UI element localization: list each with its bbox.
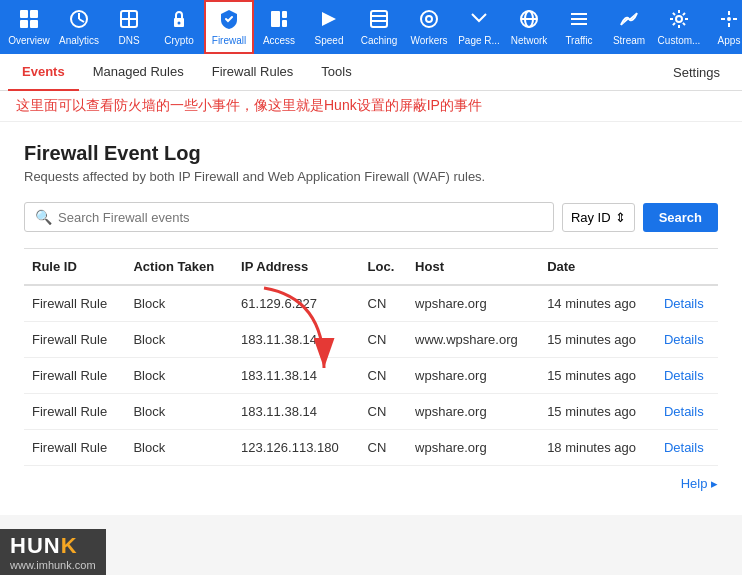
svg-point-20 — [676, 16, 682, 22]
nav-workers[interactable]: Workers — [404, 0, 454, 54]
watermark-u: U — [27, 533, 44, 558]
watermark-k: K — [61, 533, 78, 558]
svg-rect-12 — [371, 11, 387, 27]
help-area: Help ▸ — [24, 466, 718, 495]
nav-caching-label: Caching — [361, 35, 398, 46]
watermark-url: www.imhunk.com — [10, 559, 96, 571]
dropdown-value: Ray ID — [571, 210, 611, 225]
analytics-icon — [68, 8, 90, 33]
svg-rect-10 — [282, 20, 287, 27]
tab-managed-rules[interactable]: Managed Rules — [79, 54, 198, 91]
watermark-brand: HUNK — [10, 533, 78, 559]
firewall-table: Rule ID Action Taken IP Address Loc. Hos… — [24, 248, 718, 466]
cell-loc: CN — [360, 285, 408, 322]
cell-date: 15 minutes ago — [539, 322, 656, 358]
settings-link[interactable]: Settings — [659, 55, 734, 90]
tab-events[interactable]: Events — [8, 54, 79, 91]
nav-traffic-label: Traffic — [565, 35, 592, 46]
annotation-banner: 这里面可以查看防火墙的一些小事件，像这里就是Hunk设置的屏蔽IP的事件 — [0, 91, 742, 122]
search-bar: 🔍 Ray ID ⇕ Search — [24, 202, 718, 232]
nav-network[interactable]: Network — [504, 0, 554, 54]
details-link[interactable]: Details — [664, 332, 704, 347]
nav-dns[interactable]: DNS — [104, 0, 154, 54]
search-button[interactable]: Search — [643, 203, 718, 232]
nav-apps[interactable]: Apps — [704, 0, 742, 54]
cell-action: Block — [125, 322, 233, 358]
cell-host: wpshare.org — [407, 430, 539, 466]
watermark: HUNK www.imhunk.com — [0, 529, 106, 575]
cell-rule-id: Firewall Rule — [24, 394, 125, 430]
cell-details[interactable]: Details — [656, 322, 718, 358]
nav-speed-label: Speed — [315, 35, 344, 46]
cell-ip: 183.11.38.14 — [233, 322, 359, 358]
watermark-h: H — [10, 533, 27, 558]
cell-action: Block — [125, 394, 233, 430]
help-button[interactable]: Help ▸ — [681, 476, 718, 491]
nav-caching[interactable]: Caching — [354, 0, 404, 54]
svg-rect-9 — [282, 11, 287, 18]
nav-traffic[interactable]: Traffic — [554, 0, 604, 54]
cell-date: 14 minutes ago — [539, 285, 656, 322]
table-header-row: Rule ID Action Taken IP Address Loc. Hos… — [24, 249, 718, 286]
details-link[interactable]: Details — [664, 440, 704, 455]
cell-details[interactable]: Details — [656, 358, 718, 394]
details-link[interactable]: Details — [664, 296, 704, 311]
caching-icon — [368, 8, 390, 33]
nav-speed[interactable]: Speed — [304, 0, 354, 54]
cell-ip: 183.11.38.14 — [233, 358, 359, 394]
nav-crypto[interactable]: Crypto — [154, 0, 204, 54]
network-icon — [518, 8, 540, 33]
search-input[interactable] — [58, 210, 543, 225]
nav-analytics[interactable]: Analytics — [54, 0, 104, 54]
table-container: Rule ID Action Taken IP Address Loc. Hos… — [24, 248, 718, 466]
nav-firewall-label: Firewall — [212, 35, 246, 46]
tab-firewall-rules[interactable]: Firewall Rules — [198, 54, 308, 91]
nav-dns-label: DNS — [118, 35, 139, 46]
nav-custom[interactable]: Custom... — [654, 0, 704, 54]
nav-stream[interactable]: Stream — [604, 0, 654, 54]
nav-firewall[interactable]: Firewall — [204, 0, 254, 54]
col-host: Host — [407, 249, 539, 286]
table-row: Firewall Rule Block 183.11.38.14 CN wpsh… — [24, 394, 718, 430]
svg-rect-1 — [30, 10, 38, 18]
nav-stream-label: Stream — [613, 35, 645, 46]
cell-rule-id: Firewall Rule — [24, 322, 125, 358]
dropdown-arrow-icon: ⇕ — [615, 210, 626, 225]
nav-overview[interactable]: Overview — [4, 0, 54, 54]
stream-icon — [618, 8, 640, 33]
col-loc: Loc. — [360, 249, 408, 286]
workers-icon — [418, 8, 440, 33]
details-link[interactable]: Details — [664, 404, 704, 419]
search-dropdown[interactable]: Ray ID ⇕ — [562, 203, 635, 232]
page-title: Firewall Event Log — [24, 142, 718, 165]
nav-crypto-label: Crypto — [164, 35, 193, 46]
cell-details[interactable]: Details — [656, 430, 718, 466]
tab-tools[interactable]: Tools — [307, 54, 365, 91]
col-rule-id: Rule ID — [24, 249, 125, 286]
cell-details[interactable]: Details — [656, 285, 718, 322]
cell-rule-id: Firewall Rule — [24, 285, 125, 322]
nav-pager[interactable]: Page R... — [454, 0, 504, 54]
page-subtitle: Requests affected by both IP Firewall an… — [24, 169, 718, 184]
svg-rect-0 — [20, 10, 28, 18]
svg-rect-18 — [571, 18, 587, 20]
svg-point-7 — [178, 22, 181, 25]
cell-details[interactable]: Details — [656, 394, 718, 430]
speed-icon — [318, 8, 340, 33]
nav-workers-label: Workers — [410, 35, 447, 46]
svg-point-13 — [421, 11, 437, 27]
table-row: Firewall Rule Block 183.11.38.14 CN www.… — [24, 322, 718, 358]
details-link[interactable]: Details — [664, 368, 704, 383]
nav-access[interactable]: Access — [254, 0, 304, 54]
overview-icon — [18, 8, 40, 33]
traffic-icon — [568, 8, 590, 33]
main-content: Firewall Event Log Requests affected by … — [0, 122, 742, 515]
col-date: Date — [539, 249, 656, 286]
cell-loc: CN — [360, 394, 408, 430]
cell-loc: CN — [360, 322, 408, 358]
cell-action: Block — [125, 358, 233, 394]
cell-ip: 61.129.6.227 — [233, 285, 359, 322]
table-row: Firewall Rule Block 183.11.38.14 CN wpsh… — [24, 358, 718, 394]
search-input-wrapper[interactable]: 🔍 — [24, 202, 554, 232]
cell-rule-id: Firewall Rule — [24, 358, 125, 394]
